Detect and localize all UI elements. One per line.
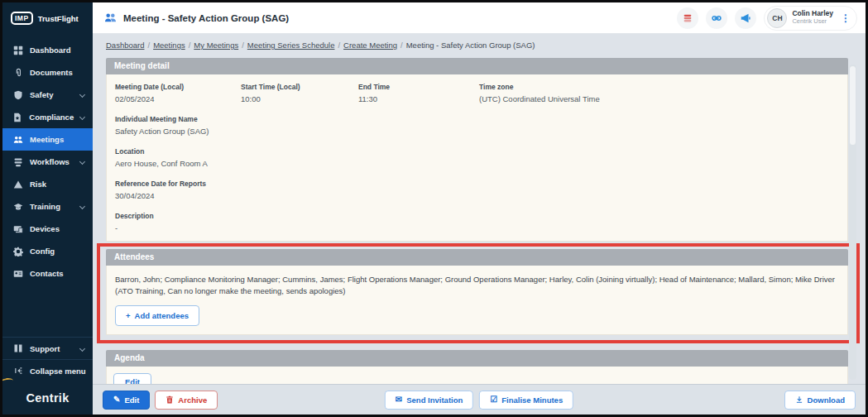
- copy-link-button[interactable]: [706, 7, 727, 29]
- sidebar-item-workflows[interactable]: Workflows: [2, 151, 93, 173]
- sidebar-nav: Dashboard Documents Safety Compliance Me…: [2, 39, 93, 285]
- attendees-list: Barron, John; Compliance Monitoring Mana…: [115, 274, 839, 297]
- sidebar-item-collapse-menu[interactable]: Collapse menu: [2, 359, 93, 381]
- paperclip-icon: [12, 68, 23, 78]
- sidebar-item-label: Compliance: [29, 113, 74, 122]
- centrik-logo-text: Centrik: [26, 391, 69, 405]
- sidebar-bottom: Support Collapse menu Centrik: [2, 337, 93, 415]
- action-bar-center: ✉ Send Invitation ☑ Finalise Minutes: [385, 391, 573, 410]
- field-meeting-date: Meeting Date (Local) 02/05/2024: [115, 83, 241, 103]
- sidebar-item-devices[interactable]: Devices: [2, 218, 93, 240]
- chevron-down-icon: [79, 204, 85, 209]
- add-attendees-button[interactable]: + Add attendees: [115, 305, 199, 326]
- sidebar-item-documents[interactable]: Documents: [2, 61, 93, 84]
- bottom-action-bar: ✎ Edit Archive ✉ Send Invitation ☑ Final…: [93, 384, 866, 415]
- user-role: Centrik User: [792, 18, 833, 26]
- field-individual-meeting-name: Individual Meeting Name Safety Action Gr…: [115, 115, 839, 136]
- sidebar-item-label: Contacts: [30, 269, 86, 278]
- sidebar: IMP TrustFlight Dashboard Documents Safe…: [2, 2, 93, 415]
- sidebar-item-label: Training: [30, 202, 74, 211]
- meeting-detail-panel: Meeting Date (Local) 02/05/2024 Start Ti…: [106, 74, 848, 242]
- chevron-down-icon: [79, 159, 85, 165]
- field-start-time: Start Time (Local) 10:00: [241, 83, 358, 103]
- breadcrumb-separator: /: [147, 41, 150, 50]
- breadcrumb-link-create-meeting[interactable]: Create Meeting: [343, 41, 397, 50]
- plus-icon: +: [126, 311, 131, 320]
- attendees-header: Attendees: [106, 249, 848, 266]
- scrollbar-thumb[interactable]: [850, 66, 856, 145]
- meeting-detail-header: Meeting detail: [106, 58, 848, 74]
- breadcrumb-link-dashboard[interactable]: Dashboard: [106, 41, 144, 50]
- breadcrumb-separator: /: [189, 41, 191, 50]
- envelope-icon: ✉: [396, 395, 402, 404]
- sidebar-item-support[interactable]: Support: [2, 337, 93, 359]
- sidebar-item-label: Dashboard: [30, 46, 86, 55]
- breadcrumb-separator: /: [338, 41, 340, 50]
- page-title-group: Meeting - Safety Action Group (SAG): [104, 12, 289, 24]
- breadcrumb-link-meetings[interactable]: Meetings: [153, 41, 185, 50]
- finalise-minutes-button[interactable]: ☑ Finalise Minutes: [479, 391, 573, 410]
- topbar-actions: CH Colin Harley Centrik User ⋮: [677, 6, 857, 31]
- meeting-detail-section: Meeting detail Meeting Date (Local) 02/0…: [106, 58, 848, 242]
- download-icon: [795, 395, 803, 404]
- sidebar-item-label: Workflows: [30, 157, 74, 166]
- sidebar-item-label: Config: [30, 247, 86, 256]
- sidebar-item-label: Safety: [30, 90, 74, 99]
- document-star-icon: [12, 113, 22, 122]
- sidebar-item-dashboard[interactable]: Dashboard: [2, 39, 93, 61]
- archive-button[interactable]: Archive: [155, 391, 218, 410]
- breadcrumb-current: Meeting - Safety Action Group (SAG): [406, 41, 535, 50]
- action-bar-left: ✎ Edit Archive: [103, 391, 218, 410]
- centrik-logo: Centrik: [2, 381, 93, 415]
- brand-logo[interactable]: IMP TrustFlight: [2, 2, 93, 34]
- user-meta: Colin Harley Centrik User: [792, 10, 833, 25]
- attendees-panel: Barron, John; Compliance Monitoring Mana…: [106, 266, 848, 335]
- download-button[interactable]: Download: [784, 391, 856, 410]
- sidebar-item-training[interactable]: Training: [2, 195, 93, 218]
- breadcrumb-separator: /: [242, 41, 244, 50]
- main-content: Dashboard/Meetings/My Meetings/Meeting S…: [93, 34, 866, 415]
- sidebar-item-risk[interactable]: Risk: [2, 173, 93, 195]
- field-description: Description -: [115, 212, 839, 232]
- centrik-logo-swoosh: [1, 377, 14, 386]
- collapse-arrow-icon: [12, 366, 23, 376]
- chevron-down-icon: [79, 92, 85, 98]
- trash-icon: [165, 395, 174, 404]
- breadcrumb-link-my-meetings[interactable]: My Meetings: [194, 41, 238, 50]
- chevron-down-icon: [79, 114, 85, 120]
- shield-icon: [12, 90, 23, 100]
- breadcrumb: Dashboard/Meetings/My Meetings/Meeting S…: [106, 41, 848, 50]
- dashboard-icon: [12, 46, 23, 55]
- sidebar-item-label: Collapse menu: [30, 367, 86, 376]
- sidebar-item-contacts[interactable]: Contacts: [2, 262, 93, 285]
- sidebar-item-label: Risk: [30, 180, 86, 189]
- breadcrumb-link-meeting-series-schedule[interactable]: Meeting Series Schedule: [247, 41, 335, 50]
- sidebar-item-config[interactable]: Config: [2, 240, 93, 262]
- field-end-time: End Time 11:30: [358, 83, 479, 103]
- chevron-down-icon: [79, 345, 85, 351]
- gear-icon: [12, 247, 23, 256]
- send-invitation-button[interactable]: ✉ Send Invitation: [385, 391, 473, 410]
- meetings-people-icon: [12, 135, 23, 145]
- sidebar-item-compliance[interactable]: Compliance: [2, 106, 93, 128]
- sidebar-item-safety[interactable]: Safety: [2, 84, 93, 106]
- imp-logo-badge: IMP: [11, 12, 33, 25]
- top-header: Meeting - Safety Action Group (SAG) CH C…: [93, 2, 866, 34]
- audit-log-button[interactable]: [677, 7, 698, 29]
- announcements-button[interactable]: [735, 7, 756, 29]
- check-square-icon: ☑: [490, 395, 497, 404]
- sidebar-item-label: Documents: [30, 68, 86, 77]
- contact-card-icon: [12, 269, 23, 279]
- user-menu[interactable]: CH Colin Harley Centrik User ⋮: [764, 6, 857, 31]
- app-window: IMP TrustFlight Dashboard Documents Safe…: [0, 0, 868, 417]
- agenda-header: Agenda: [106, 350, 848, 367]
- devices-icon: [12, 224, 23, 234]
- graduation-cap-icon: [12, 202, 23, 212]
- field-time-zone: Time zone (UTC) Coordinated Universal Ti…: [479, 83, 839, 103]
- kebab-menu-icon[interactable]: ⋮: [838, 12, 853, 24]
- sidebar-item-meetings[interactable]: Meetings: [2, 128, 93, 151]
- edit-button[interactable]: ✎ Edit: [103, 391, 150, 410]
- audit-log-icon: [682, 12, 693, 24]
- vertical-scrollbar[interactable]: [849, 65, 856, 380]
- pencil-icon: ✎: [113, 395, 120, 404]
